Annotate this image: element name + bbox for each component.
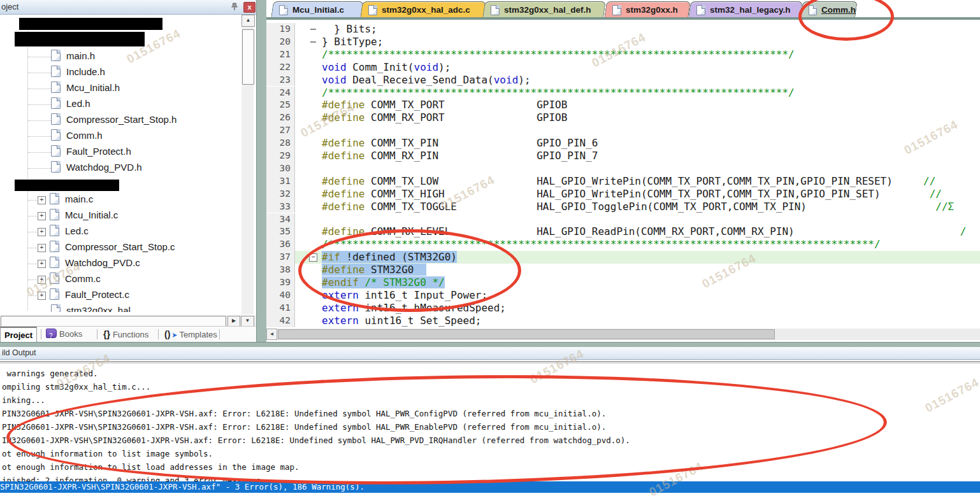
editor-tab-stm32g0xx-h[interactable]: stm32g0xx.h <box>604 1 691 18</box>
line-number: 26 <box>266 111 295 124</box>
code-line-39[interactable]: 39#endif /* STM32G0 */ <box>266 276 980 289</box>
code-line-38[interactable]: 38#define STM32G0 <box>266 264 980 276</box>
tree-item-compressor-start-stop-c[interactable]: +Compressor_Start_Stop.c <box>38 241 175 255</box>
expand-icon[interactable]: + <box>38 260 46 268</box>
tree-item-main-c[interactable]: +main.c <box>38 193 93 207</box>
code-line-32[interactable]: 32#define COMM_TX_HIGH HAL_GPIO_WritePin… <box>266 188 980 201</box>
project-panel-header: oject x <box>0 0 256 15</box>
tree-vscroll-thumb[interactable] <box>242 29 254 85</box>
tree-item-label: Watchdog_PVD.c <box>65 257 140 268</box>
tree-item-comm-c[interactable]: +Comm.c <box>38 273 101 287</box>
tree-scroll-down-icon[interactable]: ▼ <box>241 316 254 327</box>
line-number: 32 <box>266 188 295 201</box>
tree-scroll-right-icon[interactable]: ▶ <box>227 316 240 327</box>
code-line-19[interactable]: 19 } Bits; <box>266 23 980 36</box>
fold-margin <box>296 213 319 226</box>
code-line-37[interactable]: 37−#if !defined (STM32G0) <box>266 251 980 264</box>
editor-tab-label: stm32g0xx.h <box>626 5 678 15</box>
expand-icon[interactable]: + <box>38 228 46 236</box>
fold-collapse-icon[interactable]: − <box>309 253 317 262</box>
code-line-27[interactable]: 27 <box>266 124 980 137</box>
tree-connector <box>28 104 51 105</box>
code-line-35[interactable]: 35#define COMM_RX_LEVEL HAL_GPIO_ReadPin… <box>266 225 980 238</box>
file-icon <box>279 5 288 15</box>
code-line-25[interactable]: 25#define COMM_TX_PORT GPIOB <box>266 99 980 111</box>
code-line-29[interactable]: 29#define COMM_RX_PIN GPIO_PIN_7 <box>266 150 980 162</box>
line-number: 40 <box>266 289 295 302</box>
editor-scroll-left-icon[interactable]: ◄ <box>266 329 277 340</box>
build-output-log[interactable]: warnings generated.ompiling stm32g0xx_ha… <box>0 364 980 496</box>
fold-tick-icon <box>310 41 316 43</box>
file-icon <box>50 273 59 284</box>
code-line-22[interactable]: 22void Comm_Init(void); <box>266 61 980 74</box>
fold-margin <box>296 124 319 137</box>
tree-item-main-h[interactable]: main.h <box>51 50 95 64</box>
code-text: #define STM32G0 <box>322 264 426 276</box>
code-line-40[interactable]: 40extern int16_t Input_Power; <box>266 289 980 302</box>
code-line-36[interactable]: 36/*************************************… <box>266 238 980 251</box>
fold-margin <box>296 289 319 302</box>
code-line-41[interactable]: 41extern int16_t hMeasuredSpeed; <box>266 302 980 315</box>
line-number: 30 <box>266 162 295 175</box>
tree-item-watchdog-pvd-c[interactable]: +Watchdog_PVD.c <box>38 257 140 271</box>
code-text: extern int16_t hMeasuredSpeed; <box>322 302 506 315</box>
line-number: 37 <box>266 251 295 264</box>
editor-tab-label: stm32g0xx_hal_def.h <box>504 5 591 15</box>
tree-scroll-up-icon[interactable]: ▲ <box>241 15 255 27</box>
panel-tab-books[interactable]: Books <box>46 327 82 342</box>
code-line-23[interactable]: 23void Deal_Receive_Send_Data(void); <box>266 74 980 87</box>
tree-connector <box>28 152 51 153</box>
tree-item-partial[interactable]: stm32g0xx_hal_... <box>51 304 144 312</box>
panel-tab-label: Functions <box>113 330 148 339</box>
code-text: #if !defined (STM32G0) <box>322 251 457 264</box>
expand-icon[interactable]: + <box>38 276 46 284</box>
expand-icon[interactable]: + <box>38 196 46 204</box>
code-line-30[interactable]: 30 <box>266 162 980 175</box>
tree-item-led-c[interactable]: +Led.c <box>38 225 89 239</box>
editor-hscroll-thumb[interactable] <box>278 329 775 339</box>
editor-tab-mcu-initial-c[interactable]: Mcu_Initial.c <box>271 1 364 18</box>
editor-tab-stm32g0xx-hal-adc-c[interactable]: stm32g0xx_hal_adc.c <box>360 1 486 18</box>
line-number: 41 <box>266 302 295 315</box>
code-view[interactable]: 19 } Bits;20} BitType;21/***************… <box>266 20 980 329</box>
panel-tab-project[interactable]: Project <box>0 327 37 344</box>
expand-icon[interactable]: + <box>38 212 46 220</box>
build-output-line: ot enough information to list image symb… <box>2 447 213 460</box>
selected-text: #define STM32G0 <box>322 264 426 276</box>
code-line-33[interactable]: 33#define COMM_TX_TOGGLE HAL_GPIO_Toggle… <box>266 201 980 213</box>
tree-item-include-h[interactable]: Include.h <box>51 66 105 80</box>
tree-item-mcu-initial-c[interactable]: +Mcu_Initial.c <box>38 209 118 223</box>
line-number: 22 <box>266 61 295 74</box>
expand-icon[interactable]: + <box>38 292 46 300</box>
build-status-line[interactable]: SPIN32G0601-JXPR-VSH\SPIN32G0601-JXPR-VS… <box>0 481 980 493</box>
code-line-26[interactable]: 26#define COMM_RX_PORT GPIOB <box>266 111 980 124</box>
pin-icon[interactable] <box>229 2 240 11</box>
tree-item-watchdog-pvd-h[interactable]: Watchdog_PVD.h <box>51 161 142 175</box>
editor-hscrollbar[interactable]: ◄ <box>266 329 980 340</box>
file-icon <box>51 66 61 77</box>
panel-tab-functions[interactable]: {}Functions <box>103 327 148 342</box>
code-line-34[interactable]: 34 <box>266 213 980 226</box>
close-icon[interactable]: x <box>243 2 256 13</box>
expand-icon[interactable]: + <box>38 244 46 252</box>
tree-hscroll-thumb[interactable] <box>1 316 226 327</box>
editor-tab-stm32g0xx-hal-def-h[interactable]: stm32g0xx_hal_def.h <box>482 1 606 18</box>
tree-item-compressor-start-stop-h[interactable]: Compressor_Start_Stop.h <box>51 113 177 127</box>
file-icon <box>50 257 59 268</box>
divider <box>219 329 220 339</box>
code-line-42[interactable]: 42extern uint16_t Set_Speed; <box>266 315 980 327</box>
code-line-20[interactable]: 20} BitType; <box>266 36 980 48</box>
editor-tab-comm-h[interactable]: Comm.h <box>800 1 858 18</box>
panel-tab-templates[interactable]: ()➤Templates <box>164 327 217 342</box>
editor-tab-label: stm32g0xx_hal_adc.c <box>382 5 470 15</box>
code-line-28[interactable]: 28#define COMM_TX_PIN GPIO_PIN_6 <box>266 137 980 150</box>
code-line-24[interactable]: 24/*************************************… <box>266 87 980 99</box>
editor-tab-stm32-hal-legacy-h[interactable]: stm32_hal_legacy.h <box>688 1 803 18</box>
tree-item-mcu-initial-h[interactable]: Mcu_Initial.h <box>51 81 120 96</box>
code-line-31[interactable]: 31#define COMM_TX_LOW HAL_GPIO_WritePin(… <box>266 175 980 188</box>
tree-item-led-h[interactable]: Led.h <box>51 97 90 111</box>
tree-item-comm-h[interactable]: Comm.h <box>51 129 103 143</box>
tree-item-fault-protect-c[interactable]: +Fault_Protect.c <box>38 288 129 302</box>
tree-item-fault-protect-h[interactable]: Fault_Protect.h <box>51 145 131 159</box>
code-line-21[interactable]: 21/*************************************… <box>266 48 980 61</box>
